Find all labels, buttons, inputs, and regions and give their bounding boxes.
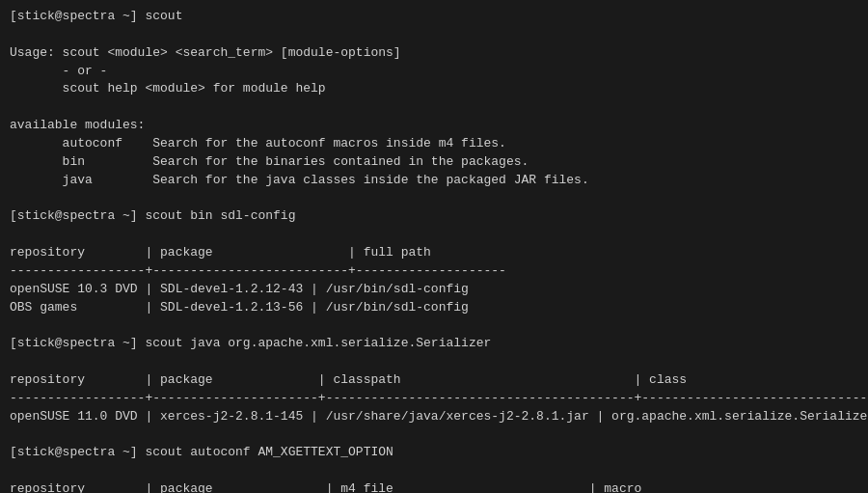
terminal-line [10, 462, 858, 480]
terminal-line [10, 26, 858, 44]
terminal-line: [stick@spectra ~] scout bin sdl-config [10, 207, 858, 226]
terminal-line: repository | package | full path [10, 244, 858, 262]
terminal-line: scout help <module> for module help [10, 80, 858, 98]
terminal-line [10, 98, 858, 117]
terminal-line: repository | package | classpath | class [10, 371, 858, 390]
terminal-line: openSUSE 10.3 DVD | SDL-devel-1.2.12-43 … [10, 281, 858, 299]
terminal-line: bin Search for the binaries contained in… [10, 153, 858, 172]
terminal-line [10, 353, 858, 371]
terminal-line: ------------------+---------------------… [10, 262, 858, 281]
terminal-line: [stick@spectra ~] scout autoconf AM_XGET… [10, 444, 858, 462]
terminal-line [10, 316, 858, 335]
terminal-line: ------------------+---------------------… [10, 390, 858, 408]
terminal-line: openSUSE 11.0 DVD | xerces-j2-2.8.1-145 … [10, 408, 858, 426]
terminal-line: - or - [10, 63, 858, 81]
terminal-line [10, 425, 858, 444]
terminal-line: Usage: scout <module> <search_term> [mod… [10, 44, 858, 63]
terminal-content: [stick@spectra ~] scout Usage: scout <mo… [10, 8, 858, 493]
terminal-line: autoconf Search for the autoconf macros … [10, 135, 858, 153]
terminal-line: OBS games | SDL-devel-1.2.13-56 | /usr/b… [10, 299, 858, 317]
terminal-line [10, 189, 858, 207]
terminal-line: repository | package | m4 file | macro [10, 480, 858, 493]
terminal-line: [stick@spectra ~] scout [10, 8, 858, 26]
terminal-line: available modules: [10, 117, 858, 135]
terminal-line: java Search for the java classes inside … [10, 172, 858, 190]
terminal-line [10, 226, 858, 244]
terminal-window[interactable]: [stick@spectra ~] scout Usage: scout <mo… [0, 0, 868, 493]
terminal-line: [stick@spectra ~] scout java org.apache.… [10, 335, 858, 353]
